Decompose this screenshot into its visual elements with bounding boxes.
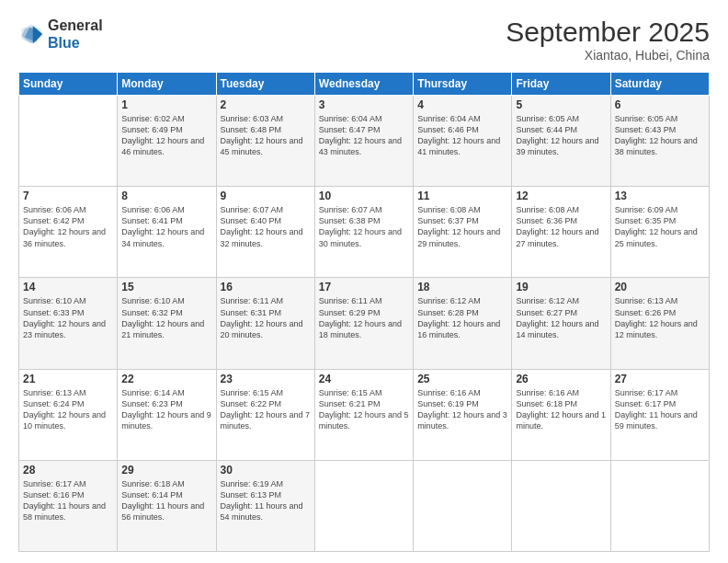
day-info: Sunrise: 6:16 AMSunset: 6:18 PMDaylight:…: [516, 387, 606, 432]
day-info: Sunrise: 6:17 AMSunset: 6:16 PMDaylight:…: [23, 478, 113, 523]
day-info: Sunrise: 6:13 AMSunset: 6:26 PMDaylight:…: [615, 295, 705, 340]
day-cell: 13Sunrise: 6:09 AMSunset: 6:35 PMDayligh…: [610, 187, 709, 278]
day-cell: 22Sunrise: 6:14 AMSunset: 6:23 PMDayligh…: [118, 369, 216, 460]
day-number: 22: [121, 373, 211, 385]
day-number: 28: [23, 464, 113, 477]
day-info: Sunrise: 6:02 AMSunset: 6:49 PMDaylight:…: [121, 113, 211, 158]
week-row-2: 7Sunrise: 6:06 AMSunset: 6:42 PMDaylight…: [19, 187, 710, 278]
day-number: 29: [121, 464, 211, 477]
day-info: Sunrise: 6:06 AMSunset: 6:41 PMDaylight:…: [121, 204, 211, 249]
day-cell: 5Sunrise: 6:05 AMSunset: 6:44 PMDaylight…: [512, 96, 610, 187]
day-info: Sunrise: 6:12 AMSunset: 6:27 PMDaylight:…: [516, 295, 606, 340]
calendar-body: 1Sunrise: 6:02 AMSunset: 6:49 PMDaylight…: [19, 96, 710, 552]
day-cell: 17Sunrise: 6:11 AMSunset: 6:29 PMDayligh…: [314, 278, 413, 369]
calendar-header: SundayMondayTuesdayWednesdayThursdayFrid…: [19, 73, 710, 96]
day-info: Sunrise: 6:11 AMSunset: 6:29 PMDaylight:…: [319, 295, 409, 340]
day-number: 4: [417, 98, 507, 111]
weekday-header-saturday: Saturday: [610, 73, 709, 96]
day-info: Sunrise: 6:09 AMSunset: 6:35 PMDaylight:…: [615, 204, 705, 249]
day-cell: [414, 460, 512, 551]
weekday-header-sunday: Sunday: [19, 73, 118, 96]
day-info: Sunrise: 6:03 AMSunset: 6:48 PMDaylight:…: [221, 113, 311, 158]
day-number: 5: [516, 98, 606, 111]
weekday-header-friday: Friday: [512, 73, 610, 96]
weekday-header-tuesday: Tuesday: [216, 73, 314, 96]
day-cell: 30Sunrise: 6:19 AMSunset: 6:13 PMDayligh…: [216, 460, 314, 551]
page: General Blue September 2025 Xiantao, Hub…: [0, 0, 728, 563]
day-cell: 21Sunrise: 6:13 AMSunset: 6:24 PMDayligh…: [19, 369, 118, 460]
day-info: Sunrise: 6:14 AMSunset: 6:23 PMDaylight:…: [121, 387, 211, 432]
day-info: Sunrise: 6:10 AMSunset: 6:32 PMDaylight:…: [121, 295, 211, 340]
day-number: 9: [221, 190, 311, 202]
day-info: Sunrise: 6:04 AMSunset: 6:47 PMDaylight:…: [319, 113, 409, 158]
day-info: Sunrise: 6:12 AMSunset: 6:28 PMDaylight:…: [417, 295, 507, 340]
day-info: Sunrise: 6:07 AMSunset: 6:38 PMDaylight:…: [319, 204, 409, 249]
logo-text: General Blue: [48, 17, 103, 52]
day-info: Sunrise: 6:15 AMSunset: 6:22 PMDaylight:…: [221, 387, 311, 432]
day-cell: 8Sunrise: 6:06 AMSunset: 6:41 PMDaylight…: [118, 187, 216, 278]
day-number: 3: [319, 98, 409, 111]
day-number: 17: [319, 281, 409, 293]
day-cell: 10Sunrise: 6:07 AMSunset: 6:38 PMDayligh…: [314, 187, 413, 278]
day-number: 19: [516, 281, 606, 293]
day-number: 1: [121, 98, 211, 111]
day-cell: [610, 460, 709, 551]
day-cell: 26Sunrise: 6:16 AMSunset: 6:18 PMDayligh…: [512, 369, 610, 460]
day-cell: [19, 96, 118, 187]
day-info: Sunrise: 6:11 AMSunset: 6:31 PMDaylight:…: [221, 295, 311, 340]
day-number: 13: [615, 190, 705, 202]
weekday-header-wednesday: Wednesday: [314, 73, 413, 96]
day-info: Sunrise: 6:16 AMSunset: 6:19 PMDaylight:…: [417, 387, 507, 432]
day-number: 11: [417, 190, 507, 202]
day-info: Sunrise: 6:19 AMSunset: 6:13 PMDaylight:…: [221, 478, 311, 523]
day-cell: 1Sunrise: 6:02 AMSunset: 6:49 PMDaylight…: [118, 96, 216, 187]
day-cell: 25Sunrise: 6:16 AMSunset: 6:19 PMDayligh…: [414, 369, 512, 460]
day-number: 30: [221, 464, 311, 477]
day-info: Sunrise: 6:07 AMSunset: 6:40 PMDaylight:…: [221, 204, 311, 249]
logo-general: General: [48, 17, 103, 33]
day-cell: [314, 460, 413, 551]
logo: General Blue: [18, 17, 103, 52]
day-number: 7: [23, 190, 113, 202]
day-cell: 9Sunrise: 6:07 AMSunset: 6:40 PMDaylight…: [216, 187, 314, 278]
logo-icon: [18, 21, 44, 47]
day-info: Sunrise: 6:17 AMSunset: 6:17 PMDaylight:…: [615, 387, 705, 432]
day-number: 12: [516, 190, 606, 202]
day-cell: 14Sunrise: 6:10 AMSunset: 6:33 PMDayligh…: [19, 278, 118, 369]
day-cell: 29Sunrise: 6:18 AMSunset: 6:14 PMDayligh…: [118, 460, 216, 551]
day-info: Sunrise: 6:05 AMSunset: 6:44 PMDaylight:…: [516, 113, 606, 158]
month-year: September 2025: [506, 17, 710, 48]
day-cell: 2Sunrise: 6:03 AMSunset: 6:48 PMDaylight…: [216, 96, 314, 187]
location: Xiantao, Hubei, China: [506, 48, 710, 63]
day-info: Sunrise: 6:06 AMSunset: 6:42 PMDaylight:…: [23, 204, 113, 249]
week-row-5: 28Sunrise: 6:17 AMSunset: 6:16 PMDayligh…: [19, 460, 710, 551]
day-number: 16: [221, 281, 311, 293]
day-number: 20: [615, 281, 705, 293]
weekday-header-monday: Monday: [118, 73, 216, 96]
day-number: 23: [221, 373, 311, 385]
day-cell: 23Sunrise: 6:15 AMSunset: 6:22 PMDayligh…: [216, 369, 314, 460]
day-cell: 16Sunrise: 6:11 AMSunset: 6:31 PMDayligh…: [216, 278, 314, 369]
day-number: 21: [23, 373, 113, 385]
logo-blue: Blue: [48, 35, 80, 51]
day-cell: 6Sunrise: 6:05 AMSunset: 6:43 PMDaylight…: [610, 96, 709, 187]
day-number: 10: [319, 190, 409, 202]
title-block: September 2025 Xiantao, Hubei, China: [506, 17, 710, 63]
week-row-1: 1Sunrise: 6:02 AMSunset: 6:49 PMDaylight…: [19, 96, 710, 187]
day-info: Sunrise: 6:10 AMSunset: 6:33 PMDaylight:…: [23, 295, 113, 340]
day-cell: 4Sunrise: 6:04 AMSunset: 6:46 PMDaylight…: [414, 96, 512, 187]
day-number: 2: [221, 98, 311, 111]
day-number: 27: [615, 373, 705, 385]
day-info: Sunrise: 6:18 AMSunset: 6:14 PMDaylight:…: [121, 478, 211, 523]
day-cell: 15Sunrise: 6:10 AMSunset: 6:32 PMDayligh…: [118, 278, 216, 369]
header: General Blue September 2025 Xiantao, Hub…: [18, 17, 710, 63]
day-number: 26: [516, 373, 606, 385]
day-cell: 24Sunrise: 6:15 AMSunset: 6:21 PMDayligh…: [314, 369, 413, 460]
week-row-3: 14Sunrise: 6:10 AMSunset: 6:33 PMDayligh…: [19, 278, 710, 369]
day-info: Sunrise: 6:13 AMSunset: 6:24 PMDaylight:…: [23, 387, 113, 432]
day-cell: 19Sunrise: 6:12 AMSunset: 6:27 PMDayligh…: [512, 278, 610, 369]
day-cell: 7Sunrise: 6:06 AMSunset: 6:42 PMDaylight…: [19, 187, 118, 278]
day-number: 15: [121, 281, 211, 293]
day-info: Sunrise: 6:08 AMSunset: 6:36 PMDaylight:…: [516, 204, 606, 249]
day-number: 25: [417, 373, 507, 385]
